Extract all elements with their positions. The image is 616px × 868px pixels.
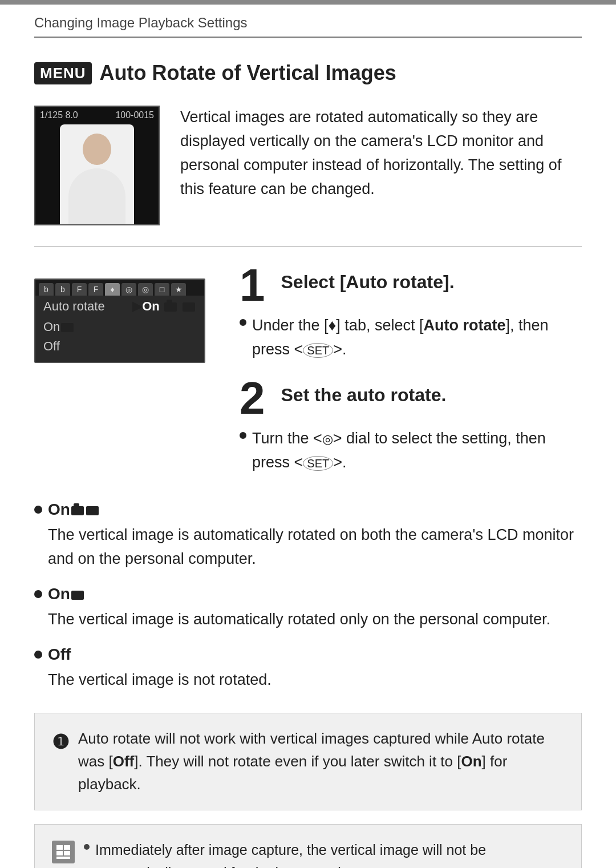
top-bar (0, 0, 616, 5)
bullet-off-heading: Off (34, 645, 582, 664)
section-title: MENU Auto Rotate of Vertical Images (34, 61, 582, 85)
divider-mid (34, 246, 582, 247)
step-left: b b F F ♦ ◎ ◎ □ ★ Auto rotate ▶On (34, 267, 217, 478)
note-icon (52, 841, 75, 863)
bullet-off-section: Off The vertical image is not rotated. (34, 645, 582, 692)
bullet-circle-1 (34, 506, 42, 514)
step1-bullet-text: Under the [♦] tab, select [Auto rotate],… (252, 314, 582, 362)
camera-image-info: 1/125 8.0 100-0015 (40, 110, 154, 120)
menu-option-off: Off (43, 337, 196, 356)
bullet-circle-3 (34, 651, 42, 659)
note-bullet-1: Immediately after image capture, the ver… (84, 838, 564, 868)
svg-rect-3 (64, 851, 70, 855)
bullet-dot-1 (240, 319, 246, 326)
menu-option-on-monitor: On (43, 317, 196, 337)
intro-text: Vertical images are rotated automaticall… (180, 106, 582, 225)
step2-block: 2 Set the auto rotate. Turn the <◎> dial… (240, 380, 582, 475)
on-cam-monitor-body: The vertical image is automatically rota… (48, 523, 582, 571)
step1-block: 1 Select [Auto rotate]. Under the [♦] ta… (240, 267, 582, 362)
svg-rect-0 (56, 845, 63, 850)
dial-icon: ◎ (322, 430, 333, 449)
menu-tab-2: b (55, 283, 70, 296)
bullet-on-cam-heading: On (34, 500, 582, 519)
bullet-on-monitor-heading: On (34, 585, 582, 603)
svg-rect-2 (56, 851, 63, 855)
step1-content: Under the [♦] tab, select [Auto rotate],… (240, 314, 582, 362)
file-number: 100-0015 (115, 110, 154, 120)
person-image (60, 124, 134, 224)
menu-tab-8: □ (155, 283, 169, 296)
camera-icon-heading (71, 506, 84, 515)
bullet-on-cam-monitor-section: On The vertical image is automatically r… (34, 500, 582, 571)
on-monitor-body: The vertical image is automatically rota… (48, 608, 582, 632)
section-title-text: Auto Rotate of Vertical Images (100, 61, 396, 85)
step2-number: 2 (240, 376, 265, 421)
step2-content: Turn the <◎> dial to select the setting,… (240, 427, 582, 475)
camera-icon-small (164, 302, 177, 312)
person-body (68, 168, 125, 224)
menu-label-auto-rotate: Auto rotate (43, 299, 105, 314)
menu-badge: MENU (34, 62, 92, 84)
steps-text: 1 Select [Auto rotate]. Under the [♦] ta… (240, 267, 582, 478)
bullet-on-monitor-section: On The vertical image is automatically r… (34, 585, 582, 632)
monitor-icon-heading (86, 506, 99, 515)
menu-option-list: On Off (35, 317, 204, 362)
monitor-icon-heading2 (71, 591, 84, 600)
intro-block: 1/125 8.0 100-0015 Vertical images are r… (34, 106, 582, 225)
menu-ui: b b F F ♦ ◎ ◎ □ ★ Auto rotate ▶On (34, 278, 205, 363)
step2-bullet: Turn the <◎> dial to select the setting,… (240, 427, 582, 475)
menu-value-auto-rotate: ▶On (132, 299, 196, 314)
menu-tab-3: F (72, 283, 87, 296)
breadcrumb: Changing Image Playback Settings (0, 5, 616, 37)
monitor-icon-small (183, 302, 195, 312)
step2-title: Set the auto rotate. (281, 380, 447, 406)
steps-container: b b F F ♦ ◎ ◎ □ ★ Auto rotate ▶On (34, 267, 582, 478)
note-icon-svg (55, 844, 71, 860)
note-text-1: Immediately after image capture, the ver… (95, 838, 564, 868)
svg-rect-1 (64, 845, 70, 850)
on-monitor-label: On (48, 585, 85, 603)
menu-tab-5-active: ♦ (105, 283, 120, 296)
menu-tab-9: ★ (171, 283, 186, 296)
warning-icon: ❶ (52, 727, 69, 757)
warning-box: ❶ Auto rotate will not work with vertica… (34, 713, 582, 810)
warning-text: Auto rotate will not work with vertical … (78, 727, 564, 796)
note-dot-1 (84, 844, 90, 850)
off-label: Off (48, 645, 71, 664)
menu-tab-4: F (88, 283, 103, 296)
arrow-right-icon: ▶ (132, 299, 142, 313)
step1-title: Select [Auto rotate]. (281, 267, 455, 293)
menu-tabs: b b F F ♦ ◎ ◎ □ ★ (35, 280, 204, 296)
step2-bullet-text: Turn the <◎> dial to select the setting,… (252, 427, 582, 475)
set-key-1: SET (303, 343, 333, 358)
on-cam-monitor-label: On (48, 500, 100, 519)
svg-rect-4 (56, 857, 70, 859)
menu-tab-6: ◎ (121, 283, 136, 296)
menu-tab-1: b (39, 283, 54, 296)
menu-tab-7: ◎ (138, 283, 153, 296)
menu-row-auto-rotate: Auto rotate ▶On (35, 296, 204, 317)
step1-bullet: Under the [♦] tab, select [Auto rotate],… (240, 314, 582, 362)
note-box: Immediately after image capture, the ver… (34, 824, 582, 868)
set-key-2: SET (303, 456, 333, 471)
shutter-speed: 1/125 8.0 (40, 110, 78, 120)
off-body: The vertical image is not rotated. (48, 668, 582, 692)
bullet-circle-2 (34, 590, 42, 598)
step1-number: 1 (240, 263, 265, 308)
main-content: MENU Auto Rotate of Vertical Images 1/12… (0, 38, 616, 868)
note-content: Immediately after image capture, the ver… (84, 838, 564, 868)
monitor-icon-opt (61, 323, 74, 332)
bullet-dot-2 (240, 432, 246, 439)
person-head (83, 134, 111, 165)
camera-image-thumbnail: 1/125 8.0 100-0015 (34, 106, 160, 225)
